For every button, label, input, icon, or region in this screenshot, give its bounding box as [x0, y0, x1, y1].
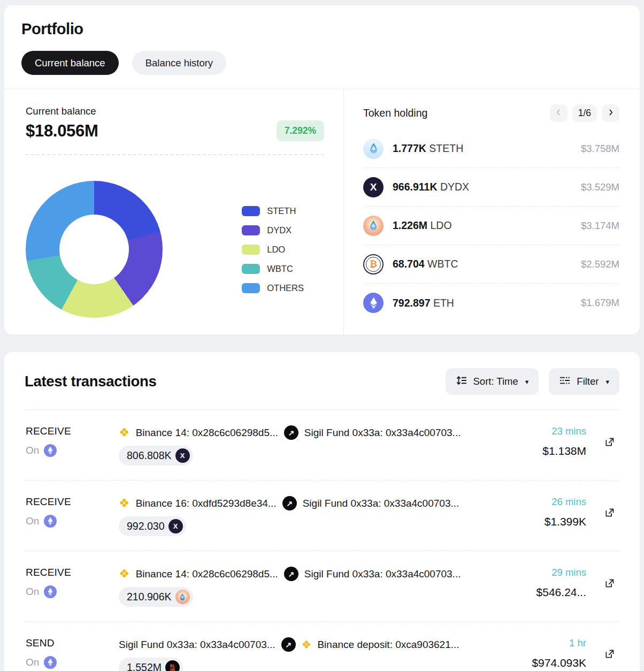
- allocation-donut-chart: [26, 181, 163, 318]
- tx-from-address[interactable]: Binance 16: 0xdfd5293d8e34...: [136, 498, 277, 509]
- legend-swatch: [242, 283, 260, 293]
- tab-current-balance[interactable]: Current balance: [21, 51, 119, 75]
- legend-label: OTHERS: [267, 283, 304, 293]
- filter-button[interactable]: Filter ▾: [549, 368, 619, 395]
- current-balance-label: Current balance: [26, 105, 324, 117]
- current-balance-value: $18.056M: [26, 121, 98, 141]
- tx-amount: 1.552M: [127, 661, 162, 671]
- external-link-button[interactable]: [604, 578, 615, 591]
- tx-on-label: On: [26, 515, 39, 527]
- dydx-icon: X: [168, 519, 183, 533]
- legend-item-dydx: DYDX: [242, 225, 304, 235]
- external-link-icon: [604, 583, 615, 591]
- tx-amount-pill: 992.030 X: [119, 516, 186, 536]
- legend-label: STETH: [267, 206, 296, 216]
- pager-page-indicator: 1/6: [572, 104, 597, 122]
- tx-amount-pill: 806.808K X: [119, 446, 193, 466]
- balance-change-badge: 7.292%: [277, 120, 324, 141]
- tx-on-label: On: [26, 657, 39, 668]
- portfolio-card: Portfolio Current balance Balance histor…: [4, 5, 640, 334]
- legend-label: WBTC: [267, 264, 293, 274]
- token-row-ldo: 1.226M LDO $3.174M: [363, 207, 619, 245]
- tx-amount: 210.906K: [127, 591, 172, 603]
- token-amount-symbol: 1.226M LDO: [393, 219, 452, 232]
- tx-type: SEND: [26, 637, 119, 649]
- binance-icon: ❖: [302, 639, 312, 650]
- legend-swatch: [242, 225, 260, 235]
- eth-icon: [44, 444, 57, 457]
- eth-icon: [44, 656, 57, 669]
- token-amount-symbol: 792.897 ETH: [393, 297, 454, 309]
- transactions-title: Latest transactions: [25, 373, 156, 390]
- blur-icon: BLUR: [165, 660, 180, 671]
- tx-amount: 806.808K: [127, 449, 172, 462]
- token-holding-title: Token holding: [363, 107, 427, 119]
- token-usd-value: $3.529M: [581, 181, 619, 193]
- bitcoin-symbol: ₿: [366, 257, 381, 272]
- eth-icon: [44, 515, 57, 528]
- external-link-icon: [604, 441, 615, 449]
- token-usd-value: $1.679M: [581, 297, 619, 309]
- tx-amount-pill: 1.552M BLUR: [119, 658, 183, 671]
- balance-tabs: Current balance Balance history: [21, 51, 623, 75]
- ldo-coin-icon: [363, 216, 384, 236]
- token-amount-symbol: 68.704 WBTC: [393, 258, 458, 270]
- legend-swatch: [242, 264, 260, 274]
- dydx-icon: X: [175, 448, 190, 463]
- pager-prev-button[interactable]: [550, 104, 568, 122]
- tx-time: 26 mins: [506, 496, 586, 508]
- tx-usd-value: $974.093K: [506, 657, 586, 669]
- legend-label: LDO: [267, 245, 285, 255]
- tx-to-address[interactable]: Binance deposit: 0xca903621...: [317, 639, 459, 651]
- tx-from-address[interactable]: Binance 14: 0x28c6c06298d5...: [136, 568, 278, 580]
- current-balance-panel: Current balance $18.056M 7.292% STETH DY…: [4, 89, 343, 334]
- sort-button[interactable]: Sort: Time ▾: [446, 368, 539, 395]
- ldo-icon: [175, 590, 190, 604]
- legend-item-wbtc: WBTC: [242, 264, 304, 274]
- divider: [26, 154, 324, 155]
- arrow-up-right-icon: ↗: [282, 496, 297, 510]
- tx-usd-value: $1.399K: [506, 515, 586, 528]
- token-row-dydx: X 966.911K DYDX $3.529M: [363, 168, 619, 207]
- tx-to-address[interactable]: Sigil Fund 0x33a: 0x33a4c00703...: [304, 568, 461, 580]
- eth-coin-icon: [363, 293, 384, 313]
- token-amount-symbol: 966.911K DYDX: [393, 181, 469, 193]
- tx-from-address[interactable]: Sigil Fund 0x33a: 0x33a4c00703...: [119, 639, 275, 651]
- tx-from-address[interactable]: Binance 14: 0x28c6c06298d5...: [136, 427, 278, 439]
- eth-icon: [44, 585, 57, 598]
- pager-next-button[interactable]: [602, 104, 619, 122]
- token-row-wbtc: ₿ 68.704 WBTC $2.592M: [363, 245, 619, 284]
- external-link-button[interactable]: [604, 507, 615, 520]
- external-link-icon: [604, 512, 615, 520]
- tx-usd-value: $1.138M: [506, 445, 586, 458]
- binance-icon: ❖: [119, 426, 130, 439]
- chevron-right-icon: [607, 108, 615, 118]
- chart-legend: STETH DYDX LDO WBTC: [242, 206, 304, 293]
- external-link-button[interactable]: [604, 649, 615, 661]
- arrow-up-right-icon: ↗: [284, 567, 298, 581]
- arrow-up-right-icon: ↗: [281, 637, 296, 652]
- portfolio-header: Portfolio Current balance Balance histor…: [4, 5, 640, 89]
- legend-swatch: [242, 245, 260, 255]
- legend-item-others: OTHERS: [242, 283, 304, 293]
- tx-to-address[interactable]: Sigil Fund 0x33a: 0x33a4c00703...: [303, 498, 459, 509]
- tx-amount-pill: 210.906K: [119, 587, 193, 607]
- legend-swatch: [242, 206, 260, 216]
- tx-time: 29 mins: [506, 567, 586, 578]
- sort-button-label: Sort: Time: [473, 376, 518, 387]
- sort-icon: [456, 375, 467, 389]
- external-link-button[interactable]: [604, 437, 615, 449]
- legend-item-ldo: LDO: [242, 245, 304, 255]
- dydx-coin-icon: X: [363, 177, 384, 197]
- legend-item-steth: STETH: [242, 206, 304, 216]
- token-amount-symbol: 1.777K STETH: [393, 142, 463, 155]
- chevron-down-icon: ▾: [605, 378, 609, 386]
- binance-icon: ❖: [119, 497, 130, 509]
- tx-to-address[interactable]: Sigil Fund 0x33a: 0x33a4c00703...: [304, 427, 461, 439]
- tab-balance-history[interactable]: Balance history: [132, 51, 226, 75]
- token-usd-value: $2.592M: [581, 258, 619, 270]
- tx-type: RECEIVE: [26, 567, 119, 578]
- token-usd-value: $3.174M: [581, 220, 619, 232]
- binance-icon: ❖: [119, 568, 130, 580]
- token-holding-panel: Token holding 1/6: [343, 89, 640, 334]
